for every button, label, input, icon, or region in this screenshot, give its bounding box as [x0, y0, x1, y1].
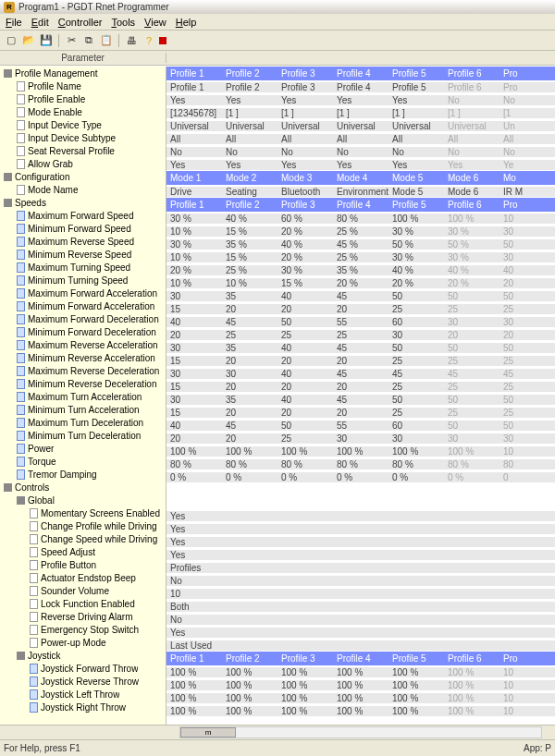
- data-cell[interactable]: [1 ]: [222, 108, 278, 118]
- tree-row[interactable]: Input Device Subtype: [0, 131, 166, 144]
- data-cell[interactable]: 20 %: [278, 226, 333, 237]
- tree-row[interactable]: Maximum Forward Speed: [0, 209, 166, 222]
- data-cell[interactable]: 40: [278, 291, 333, 301]
- data-cell[interactable]: 80: [500, 459, 555, 469]
- header-cell[interactable]: Mode 6: [444, 173, 500, 183]
- grid-data-row[interactable]: 10 %10 %15 %20 %20 %20 %20: [166, 276, 555, 289]
- data-cell[interactable]: Yes: [444, 160, 500, 170]
- data-cell[interactable]: No: [222, 147, 278, 157]
- data-cell[interactable]: Yes: [166, 95, 222, 105]
- data-cell[interactable]: 15 %: [222, 252, 278, 262]
- tree-row[interactable]: Minimum Reverse Deceleration: [0, 377, 166, 390]
- tree-row[interactable]: Seat Reversal Profile: [0, 144, 166, 157]
- data-cell[interactable]: 25: [278, 330, 333, 340]
- grid-data-row[interactable]: Profiles: [166, 561, 555, 574]
- tree-row[interactable]: Maximum Reverse Speed: [0, 235, 166, 248]
- data-cell[interactable]: 20: [278, 408, 333, 418]
- data-cell[interactable]: [1 ]: [388, 108, 444, 118]
- tree-row[interactable]: Minimum Turn Deceleration: [0, 429, 166, 442]
- data-cell[interactable]: 0: [500, 472, 555, 482]
- tree-row[interactable]: Profile Management: [0, 67, 166, 79]
- data-cell[interactable]: 30: [333, 433, 388, 444]
- tree-row[interactable]: Allow Grab: [0, 157, 166, 170]
- data-cell[interactable]: 35: [222, 291, 278, 301]
- header-cell[interactable]: Profile 1: [166, 68, 222, 79]
- data-cell[interactable]: 100 %: [388, 446, 444, 457]
- data-cell[interactable]: 25: [444, 356, 500, 366]
- data-cell[interactable]: Yes: [333, 160, 388, 170]
- menu-view[interactable]: View: [144, 17, 166, 28]
- data-cell[interactable]: 20: [278, 382, 333, 392]
- data-cell[interactable]: IR M: [500, 187, 555, 197]
- data-cell[interactable]: 20: [222, 356, 278, 366]
- data-cell[interactable]: 100 %: [222, 667, 278, 677]
- data-cell[interactable]: 0 %: [222, 472, 278, 482]
- grid-data-row[interactable]: 30354045505050: [166, 341, 555, 354]
- tree-row[interactable]: Sounder Volume: [0, 584, 166, 597]
- data-cell[interactable]: 40 %: [444, 265, 500, 275]
- data-cell[interactable]: 25: [333, 330, 388, 340]
- data-cell[interactable]: 20: [333, 382, 388, 392]
- data-cell[interactable]: 100 %: [388, 680, 444, 690]
- data-cell[interactable]: Yes: [388, 95, 444, 105]
- tree-row[interactable]: Input Device Type: [0, 118, 166, 131]
- tree-row[interactable]: Minimum Reverse Speed: [0, 248, 166, 261]
- data-cell[interactable]: Pro: [500, 82, 555, 92]
- data-cell[interactable]: 45: [444, 369, 500, 379]
- data-cell[interactable]: 0 %: [166, 472, 222, 482]
- tree-row[interactable]: Maximum Reverse Acceleration: [0, 338, 166, 351]
- data-cell[interactable]: 25: [500, 304, 555, 314]
- tree-row[interactable]: Profile Name: [0, 79, 166, 92]
- data-cell[interactable]: [1 ]: [444, 108, 500, 118]
- data-cell[interactable]: 10 %: [222, 278, 278, 288]
- grid-data-row[interactable]: AllAllAllAllAllAllAll: [166, 132, 555, 145]
- data-cell[interactable]: 25 %: [222, 265, 278, 275]
- grid-data-row[interactable]: 20 %25 %30 %35 %40 %40 %40: [166, 263, 555, 276]
- grid-data-row[interactable]: Yes: [166, 548, 555, 561]
- data-cell[interactable]: Yes: [278, 95, 333, 105]
- tree-row[interactable]: Emergency Stop Switch: [0, 623, 166, 636]
- tree-row[interactable]: Reverse Driving Alarm: [0, 610, 166, 623]
- grid-data-row[interactable]: 30354045505050: [166, 393, 555, 406]
- data-cell[interactable]: All: [166, 134, 222, 144]
- grid-data-row[interactable]: 100 %100 %100 %100 %100 %100 %10: [166, 665, 555, 678]
- menu-tools[interactable]: Tools: [111, 17, 135, 28]
- data-cell[interactable]: 100 %: [222, 680, 278, 690]
- header-cell[interactable]: Profile 1: [166, 653, 222, 664]
- header-cell[interactable]: Profile 6: [444, 68, 500, 79]
- grid-data-row[interactable]: 10 %15 %20 %25 %30 %30 %30: [166, 225, 555, 238]
- grid-data-row[interactable]: 10: [166, 587, 555, 600]
- grid-data-row[interactable]: 30354045505050: [166, 289, 555, 302]
- data-cell[interactable]: 100 %: [166, 680, 222, 690]
- tree-row[interactable]: Change Speed while Driving: [0, 532, 166, 545]
- data-cell[interactable]: 60 %: [278, 213, 333, 224]
- data-cell[interactable]: 10: [500, 706, 555, 716]
- data-cell[interactable]: [12345678]: [166, 108, 222, 118]
- grid-data-row[interactable]: No: [166, 613, 555, 626]
- data-cell[interactable]: 30: [388, 433, 444, 444]
- data-cell[interactable]: No: [388, 147, 444, 157]
- data-cell[interactable]: 10 %: [166, 252, 222, 262]
- header-cell[interactable]: Profile 3: [278, 68, 333, 79]
- menu-edit[interactable]: Edit: [31, 17, 49, 28]
- header-cell[interactable]: Profile 3: [278, 200, 333, 210]
- tree-row[interactable]: Mode Enable: [0, 105, 166, 118]
- data-cell[interactable]: 0 %: [388, 472, 444, 482]
- data-cell[interactable]: All: [222, 134, 278, 144]
- horizontal-scrollbar[interactable]: m: [0, 725, 555, 739]
- tree-row[interactable]: Change Profile while Driving: [0, 519, 166, 532]
- data-cell[interactable]: No: [278, 147, 333, 157]
- tree-row[interactable]: Lock Function Enabled: [0, 597, 166, 610]
- data-cell[interactable]: 50: [388, 343, 444, 353]
- data-cell[interactable]: Yes: [166, 628, 555, 638]
- tree-row[interactable]: Maximum Forward Deceleration: [0, 312, 166, 325]
- data-cell[interactable]: 100 %: [444, 213, 500, 224]
- tree-row[interactable]: Maximum Turn Deceleration: [0, 416, 166, 429]
- data-cell[interactable]: 45: [500, 369, 555, 379]
- data-cell[interactable]: 30 %: [388, 226, 444, 237]
- data-cell[interactable]: 20: [500, 330, 555, 340]
- grid-data-row[interactable]: Yes: [166, 509, 555, 522]
- tree-row[interactable]: Joystick Left Throw: [0, 688, 166, 701]
- data-cell[interactable]: 50: [500, 343, 555, 353]
- grid-data-row[interactable]: Yes: [166, 535, 555, 548]
